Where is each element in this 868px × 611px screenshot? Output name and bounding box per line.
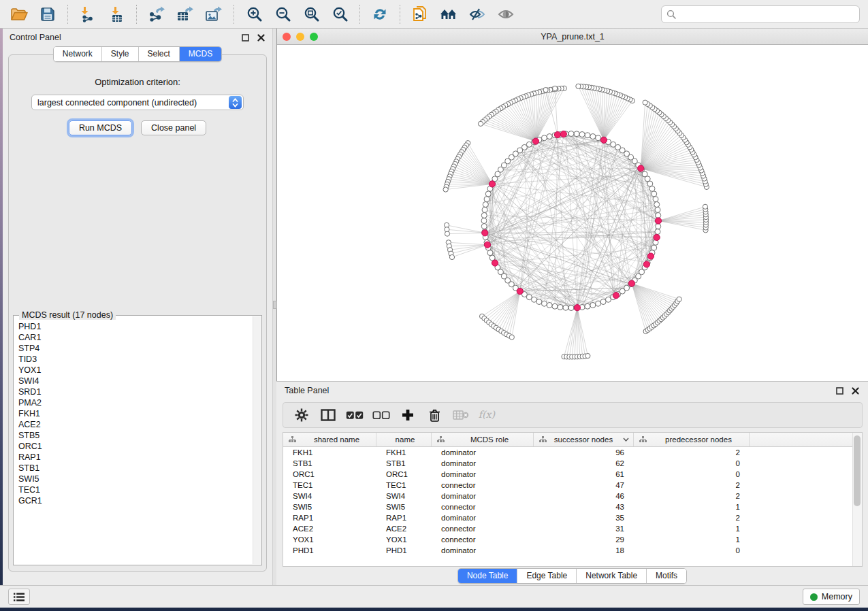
ring-node[interactable] [579,132,585,137]
leaf-node[interactable] [509,335,514,340]
table-row[interactable]: ACE2ACE2connector311 [283,523,862,534]
network-graph[interactable] [277,45,868,381]
result-list-item[interactable]: YOX1 [18,365,252,376]
leaf-node[interactable] [543,88,548,93]
tab-motifs[interactable]: Motifs [646,569,686,583]
ring-node[interactable] [547,134,552,139]
mcds-node[interactable] [560,131,566,137]
table-row[interactable]: YOX1YOX1connector291 [283,534,862,545]
zoom-out-button[interactable] [269,3,296,26]
leaf-node[interactable] [445,231,449,236]
result-list-scrollbar[interactable] [253,316,261,564]
result-list-item[interactable]: PHD1 [18,321,252,332]
ring-node[interactable] [596,135,601,141]
result-list-item[interactable]: ORC1 [18,441,252,452]
ring-node[interactable] [652,245,657,250]
ring-node[interactable] [568,306,574,311]
ring-node[interactable] [585,303,590,309]
mcds-node[interactable] [492,260,498,266]
ring-node[interactable] [585,133,590,138]
result-list-item[interactable]: CAR1 [18,332,252,343]
ring-node[interactable] [541,301,547,306]
leaf-node[interactable] [677,297,681,301]
table-row[interactable]: ORC1ORC1dominator610 [283,469,862,480]
tab-node-table[interactable]: Node Table [458,569,517,583]
ring-node[interactable] [547,302,552,308]
optimization-criterion-select[interactable]: largest connected component (undirected) [31,95,244,110]
close-table-panel-button[interactable] [850,386,860,395]
mcds-node[interactable] [574,305,580,311]
mcds-node[interactable] [654,234,660,240]
ring-node[interactable] [484,197,489,202]
close-panel-action-button[interactable]: Close panel [141,120,206,135]
table-scrollbar-thumb[interactable] [854,435,861,506]
column-header-name[interactable]: name [376,433,432,446]
mcds-node[interactable] [600,137,607,143]
table-row[interactable]: FKH1FKH1dominator962 [283,447,862,458]
mcds-node[interactable] [482,230,488,236]
table-settings-button[interactable] [291,405,312,425]
result-list-item[interactable]: RAP1 [18,452,252,463]
mcds-node[interactable] [484,242,490,248]
leaf-node[interactable] [703,204,707,209]
ring-node[interactable] [574,131,579,137]
hide-glasses-button[interactable] [464,3,491,26]
ring-node[interactable] [552,303,558,309]
ring-node[interactable] [590,302,596,308]
result-list-item[interactable]: PMA2 [18,397,252,408]
ring-node[interactable] [654,202,660,208]
ring-node[interactable] [655,229,660,235]
export-network-button[interactable] [143,3,170,26]
result-list-item[interactable]: SWI4 [18,376,252,386]
ring-node[interactable] [649,186,655,191]
leaf-node[interactable] [576,84,581,88]
result-list-item[interactable]: SRD1 [18,386,252,397]
mcds-result-list[interactable]: PHD1CAR1STP4TID3YOX1SWI4SRD1PMA2FKH1ACE2… [18,321,252,563]
mcds-node[interactable] [643,261,649,267]
ring-node[interactable] [481,224,487,229]
tab-network-table[interactable]: Network Table [576,569,646,583]
table-row[interactable]: STB1STB1dominator620 [283,458,862,469]
mcds-node[interactable] [638,165,644,171]
function-builder-button[interactable]: f(x) [477,405,498,425]
tab-network[interactable]: Network [54,47,101,61]
run-mcds-button[interactable]: Run MCDS [69,120,132,135]
mcds-node[interactable] [489,181,495,187]
column-header-mcds-role[interactable]: MCDS role [432,433,534,446]
open-file-button[interactable] [5,3,33,26]
table-row[interactable]: SWI5SWI5connector431 [283,501,862,512]
export-image-button[interactable] [200,3,227,26]
ring-node[interactable] [487,250,493,256]
mcds-node[interactable] [655,218,661,224]
column-header-successor-nodes[interactable]: successor nodes [534,433,634,446]
table-scrollbar[interactable] [852,433,862,566]
search-box[interactable] [661,5,860,23]
delete-table-button[interactable] [451,405,471,425]
import-network-button[interactable] [74,3,101,26]
table-row[interactable]: RAP1RAP1dominator352 [283,512,862,523]
leaf-node[interactable] [478,121,483,126]
ring-node[interactable] [600,299,606,305]
tab-style[interactable]: Style [101,47,138,61]
ring-node[interactable] [481,212,487,218]
ring-node[interactable] [485,191,491,197]
import-table-button[interactable] [103,3,130,26]
refresh-button[interactable] [366,3,393,26]
vertical-splitter[interactable] [272,29,276,585]
mcds-node[interactable] [647,253,654,259]
table-row[interactable]: TEC1TEC1connector472 [283,480,862,491]
ring-node[interactable] [558,304,563,310]
leaf-node[interactable] [585,353,590,358]
toggle-column-view-button[interactable] [318,405,338,425]
mcds-node[interactable] [532,138,539,144]
zoom-in-button[interactable] [240,3,268,26]
ring-node[interactable] [536,299,542,305]
ring-node[interactable] [482,207,487,212]
result-list-item[interactable]: GCR1 [18,495,252,506]
result-list-item[interactable]: ACE2 [18,419,252,430]
ring-node[interactable] [541,135,547,141]
ring-node[interactable] [596,301,601,306]
result-list-item[interactable]: FKH1 [18,408,252,419]
leaf-node[interactable] [443,187,448,192]
result-list-item[interactable]: SWI5 [18,474,252,484]
